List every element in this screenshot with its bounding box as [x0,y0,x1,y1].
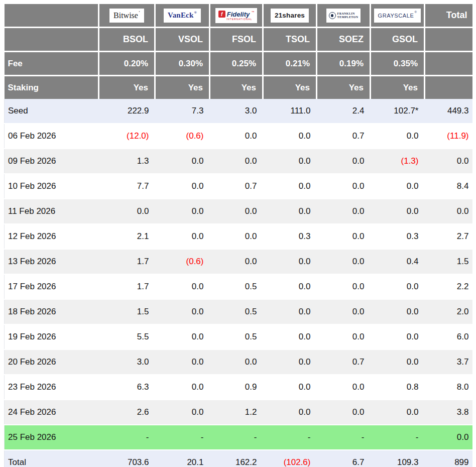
cell-value: 109.3 [371,450,425,467]
cell-value: 0.0 [263,274,317,299]
staking-row-label: Staking [5,76,99,99]
header-cell-grayscale: GRAYSCALE® [371,4,425,28]
cell-value: 0.7 [210,174,263,199]
row-label: 13 Feb 2026 [5,249,99,274]
cell-value: - [155,425,210,450]
cell-value: 0.0 [263,299,317,324]
cell-value: 0.0 [263,149,317,174]
cell-value: 0.0 [371,299,425,324]
table-row: 10 Feb 20267.70.00.70.00.00.08.4 [5,174,472,199]
total-column-header: Total [425,4,472,28]
bitwise-logo-mark: ʼ [139,10,140,15]
cell-value: 0.0 [263,249,317,274]
cell-value: 0.0 [263,124,317,149]
cell-value: 0.0 [371,324,425,349]
ticker-row: BSOL VSOL FSOL TSOL SOEZ GSOL [5,28,472,52]
cell-value: 0.0 [317,299,371,324]
fee-cell-soez: 0.19% [317,52,371,76]
fidelity-logo-main: fFidelity™ [218,11,255,18]
corner-cell [5,4,99,28]
cell-value: 0.0 [317,375,371,400]
table-row: 25 Feb 2026------0.0 [5,425,472,450]
row-label: 20 Feb 2026 [5,349,99,375]
cell-value: 0.0 [155,224,210,249]
fidelity-logo-mark: ™ [251,11,254,14]
fidelity-logo-subtext: INTERNATIONAL [226,18,252,21]
grayscale-logo: GRAYSCALE® [374,9,421,23]
cell-value: 2.1 [99,224,155,249]
cell-value: 0.0 [210,149,263,174]
cell-value: 162.2 [210,450,263,467]
row-total: 899 [425,450,472,467]
cell-value: 3.0 [210,99,263,124]
row-total: 2.7 [425,224,472,249]
row-label: 24 Feb 2026 [5,400,99,425]
ticker-row-total-cell [425,28,472,52]
table-header: Bitwiseʼ VanEck® fFidelity™ INTERNATIONA… [5,4,472,99]
cell-value: 0.0 [263,400,317,425]
table-row: 13 Feb 20261.7(0.6)0.00.00.00.41.5 [5,249,472,274]
fee-row-label: Fee [5,52,99,76]
cell-value: 0.0 [371,349,425,375]
cell-value: 0.0 [317,274,371,299]
row-total: 1.5 [425,249,472,274]
row-total: 6.0 [425,324,472,349]
cell-value: 1.7 [99,249,155,274]
header-cell-21shares: 21shares [263,4,317,28]
fee-cell-gsol: 0.35% [371,52,425,76]
table-row: 20 Feb 20263.00.00.00.00.70.03.7 [5,349,472,375]
fee-cell-fsol: 0.25% [210,52,263,76]
cell-value: 6.7 [317,450,371,467]
vaneck-logo: VanEck® [164,9,201,23]
cell-value: 0.0 [263,199,317,224]
franklin-templeton-logo: FRANKLINTEMPLETON [326,9,361,23]
franklin-logo-line2: TEMPLETON [337,16,359,19]
row-label: 09 Feb 2026 [5,149,99,174]
table-row: 23 Feb 20266.30.00.90.00.00.88.0 [5,375,472,400]
franklin-logo-text: FRANKLINTEMPLETON [337,12,359,19]
vaneck-logo-text: VanEck [168,11,194,20]
cell-value: 2.4 [317,99,371,124]
cell-value: 0.0 [317,149,371,174]
cell-value: 0.0 [155,375,210,400]
cell-value: 1.3 [99,149,155,174]
21shares-logo: 21shares [271,9,309,23]
cell-value: 0.0 [263,375,317,400]
row-label: 10 Feb 2026 [5,174,99,199]
fidelity-logo: fFidelity™ INTERNATIONAL [215,8,258,23]
cell-value: 0.3 [371,224,425,249]
cell-value: 6.3 [99,375,155,400]
cell-value: 0.7 [317,124,371,149]
staking-row-total-cell [425,76,472,99]
fee-cell-bsol: 0.20% [99,52,155,76]
table-row: 18 Feb 20261.50.00.50.00.00.02.0 [5,299,472,324]
header-cell-fidelity: fFidelity™ INTERNATIONAL [210,4,263,28]
row-label: 25 Feb 2026 [5,425,99,450]
21shares-logo-text: 21shares [275,12,305,19]
ticker-cell-bsol: BSOL [99,28,155,52]
cell-value: 0.0 [210,349,263,375]
row-label: 17 Feb 2026 [5,274,99,299]
page: Bitwiseʼ VanEck® fFidelity™ INTERNATIONA… [0,0,476,467]
row-label: Total [5,450,99,467]
table-row: 17 Feb 20261.70.00.50.00.00.02.2 [5,274,472,299]
cell-value: 1.2 [210,400,263,425]
cell-value: - [210,425,263,450]
row-total: 0.0 [425,425,472,450]
cell-value: 111.0 [263,99,317,124]
cell-value: 0.0 [155,299,210,324]
header-cell-franklin: FRANKLINTEMPLETON [317,4,371,28]
ticker-cell-vsol: VSOL [155,28,210,52]
table-row: Total703.620.1162.2(102.6)6.7109.3899 [5,450,472,467]
table-row: 09 Feb 20261.30.00.00.00.0(1.3)0.0 [5,149,472,174]
cell-value: 0.5 [210,324,263,349]
ticker-cell-fsol: FSOL [210,28,263,52]
fidelity-logo-text: Fidelity [227,11,250,18]
cell-value: (1.3) [371,149,425,174]
cell-value: 0.3 [263,224,317,249]
row-label: Seed [5,99,99,124]
cell-value: 0.0 [371,199,425,224]
staking-cell-fsol: Yes [210,76,263,99]
cell-value: 0.0 [210,224,263,249]
cell-value: 3.0 [99,349,155,375]
